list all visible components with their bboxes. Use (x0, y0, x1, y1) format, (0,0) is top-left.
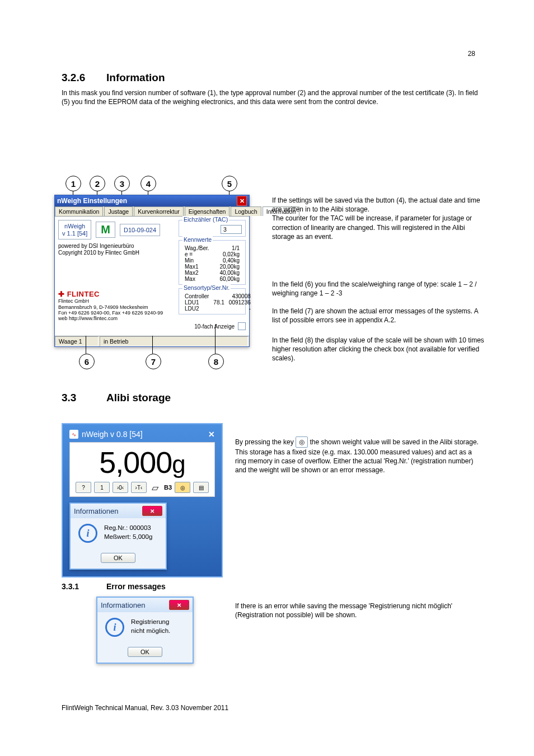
info-title-1: Informationen (74, 507, 119, 515)
callout-6: 6 (79, 354, 95, 369)
alibi-text: By pressing the key ◎ the shown weight v… (235, 436, 484, 475)
kw-label: Max2 (182, 270, 214, 276)
sens-row: Controller430008 (182, 293, 253, 299)
callout-4: 4 (140, 176, 156, 191)
weight-value: 5,000 (99, 445, 172, 479)
kw-label: Max (182, 276, 214, 282)
frame-kennwerte: Kennwerte Wag./Ber.1/1 e =0,02kg Min0,40… (179, 240, 246, 285)
weight-lcd: 5,000g ? 1 ›0‹ ›T‹ ▱ B3 ◎ ▤ (69, 442, 215, 497)
weight-unit: g (172, 450, 185, 478)
status-scale: Waage 1 (55, 336, 99, 346)
tab-logbuch[interactable]: Logbuch (231, 206, 261, 216)
stable-icon: ▱ (149, 482, 161, 493)
sens-type: 78.1 (211, 299, 226, 306)
info-line-2a: Registrierung (131, 618, 170, 627)
tab-kommunikation[interactable]: Kommunikation (55, 206, 103, 216)
sens-val: 430008 (227, 293, 253, 299)
eich-value: 3 (221, 225, 242, 234)
tab-justage[interactable]: Justage (104, 206, 133, 216)
info-line-1b: Meßwert: 5,000g (104, 533, 152, 542)
version-name: nWeigh (62, 223, 87, 230)
btn-zero[interactable]: ›0‹ (113, 482, 128, 493)
sect-title-1: Information (106, 72, 165, 84)
kw-row: Max240,00kg (182, 270, 242, 276)
info-close-2[interactable]: ✕ (169, 600, 189, 610)
kw-row: Wag./Ber.1/1 (182, 245, 242, 251)
btn-one[interactable]: 1 (94, 482, 110, 493)
kw-legend: Kennwerte (182, 236, 213, 243)
btn-help[interactable]: ? (76, 482, 91, 493)
flintec-logo: ✚ FLINTEC (58, 290, 172, 298)
weight-close-icon[interactable]: ✕ (208, 430, 215, 439)
version-box: nWeigh v 1.1 [54] (58, 220, 91, 240)
panel-left: nWeigh v 1.1 [54] M D10-09-024 powered b… (55, 217, 175, 336)
addr-line-4: web http://www.flintec.com (58, 316, 172, 321)
sens-label: LDU1 (182, 299, 211, 306)
btn-log[interactable]: ◎ (175, 482, 190, 493)
info-line-1a: Reg.Nr.: 000003 (104, 524, 152, 533)
range-indicator: B3 (164, 484, 172, 491)
kw-val: 0,02kg (214, 251, 242, 257)
log-icon-inline: ◎ (296, 436, 308, 448)
sect-num-3: 3.3.1 (62, 582, 79, 591)
flintec-text: FLINTEC (67, 290, 100, 298)
settings-dialog: nWeigh Einstellungen ✕ Kommunikation Jus… (54, 195, 250, 347)
info-box-2: Informationen ✕ i Registrierung nicht mö… (96, 597, 194, 664)
callout-1: 1 (65, 176, 81, 191)
note-6: In the field (6) you find the scale/weig… (272, 280, 485, 298)
kw-val: 60,00kg (214, 276, 242, 282)
info-title-2: Informationen (101, 601, 146, 609)
copyright: Copyright 2010 by Flintec GmbH (58, 250, 172, 256)
info-line-2b: nicht möglich. (131, 627, 170, 636)
after-dialog-text: If the settings will be saved via the bu… (272, 196, 485, 241)
info-icon: i (78, 524, 97, 543)
eich-legend: Eichzähler (TAC) (182, 216, 229, 223)
tab-kurvenkorrektur[interactable]: Kurvenkorrektur (134, 206, 184, 216)
dialog-title: nWeigh Einstellungen (57, 195, 127, 206)
approval-mark: M (96, 222, 115, 238)
weight-buttonrow: ? 1 ›0‹ ›T‹ ▱ B3 ◎ ▤ (76, 482, 209, 493)
addr-line-3: Fon +49 6226 9240-00, Fax +49 6226 9240-… (58, 310, 172, 316)
callout-2: 2 (90, 176, 105, 191)
error-text: If there is an error while saving the me… (235, 602, 481, 619)
sect-num-1: 3.2.6 (62, 72, 85, 84)
btn-tare[interactable]: ›T‹ (131, 482, 147, 493)
kw-row: e =0,02kg (182, 251, 242, 257)
sens-row: LDU178.10091236 (182, 299, 253, 306)
info-header-1: Informationen ✕ (71, 504, 166, 518)
footer: FlintWeigh Technical Manual, Rev. 3.03 N… (62, 704, 228, 712)
kw-row: Max60,00kg (182, 276, 242, 282)
kw-label: e = (182, 251, 214, 257)
kw-label: Min (182, 257, 214, 264)
panel-right: Eichzähler (TAC) 3 Kennwerte Wag./Ber.1/… (175, 217, 249, 336)
callout-6-line (86, 336, 86, 354)
callout-5: 5 (222, 176, 237, 191)
info-close-1[interactable]: ✕ (142, 506, 162, 516)
sect-title-3: Error messages (106, 582, 166, 591)
x10-checkbox[interactable] (238, 322, 246, 330)
kw-row: Min0,40kg (182, 257, 242, 264)
close-icon[interactable]: ✕ (237, 196, 247, 206)
ok-button-2[interactable]: OK (128, 647, 162, 657)
kw-label: Max1 (182, 264, 214, 270)
callout-3: 3 (114, 176, 130, 191)
dialog-titlebar: nWeigh Einstellungen ✕ (55, 195, 249, 206)
ok-button-1[interactable]: OK (101, 553, 135, 563)
sect-num-2: 3.3 (62, 392, 76, 404)
tab-eigenschaften[interactable]: Eigenschaften (185, 206, 230, 216)
kw-val: 0,40kg (214, 257, 242, 264)
callout-8-line (215, 325, 216, 354)
callout-8: 8 (208, 354, 224, 369)
company-address: Flintec GmbH Bemannsbruch 9, D-74909 Mec… (58, 298, 172, 321)
sens-val: 0091236 (227, 299, 253, 306)
tab-row: Kommunikation Justage Kurvenkorrektur Ei… (55, 206, 249, 217)
weight-titlebar: ∿ nWeigh v 0.8 [54] ✕ (69, 430, 215, 439)
page-number-top: 28 (468, 49, 475, 58)
note-7: In the field (7) are shown the actual er… (272, 307, 485, 325)
addr-line-1: Flintec GmbH (58, 298, 172, 304)
weight-title: nWeigh v 0.8 [54] (82, 430, 143, 439)
approval-dcode: D10-09-024 (120, 224, 160, 236)
sens-val: - (227, 306, 253, 312)
btn-list[interactable]: ▤ (193, 482, 209, 493)
callout-7-line (152, 336, 153, 354)
